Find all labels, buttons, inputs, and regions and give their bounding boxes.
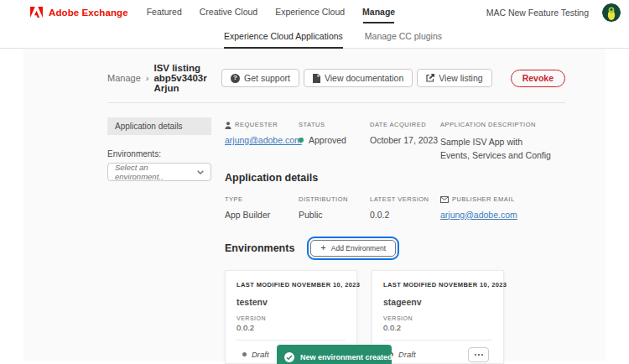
section-divider <box>107 102 565 103</box>
breadcrumb-separator-icon: › <box>146 73 149 83</box>
left-sidebar: Application details Environments: Select… <box>107 117 211 364</box>
details-fields: TYPE App Builder DISTRIBUTION Public LAT… <box>225 195 565 220</box>
nav-item-experience-cloud[interactable]: Experience Cloud <box>275 0 345 24</box>
environments-header-row: Environments + Add Environment <box>225 237 565 260</box>
external-link-icon <box>426 74 434 82</box>
draft-status-icon <box>242 352 247 356</box>
requester-email-link[interactable]: arjung@adobe.com <box>225 135 302 145</box>
version-value: 0.0.2 <box>383 323 492 332</box>
revoke-button[interactable]: Revoke <box>511 70 565 87</box>
environment-cards: LAST MODIFIED NOVEMBER 10, 2023 testenv … <box>225 270 565 364</box>
environment-name: stageenv <box>383 297 492 307</box>
type-field: TYPE App Builder <box>225 195 299 220</box>
nav-item-creative-cloud[interactable]: Creative Cloud <box>200 0 257 24</box>
adobe-exchange-logo[interactable]: Adobe Exchange <box>30 7 128 18</box>
overview-fields: REQUESTER arjung@adobe.com STATUS Approv… <box>225 121 565 163</box>
publisher-email-link[interactable]: arjung@adobe.com <box>440 210 517 220</box>
application-details-heading: Application details <box>225 172 565 184</box>
distribution-field: DISTRIBUTION Public <box>299 195 370 220</box>
card-last-modified: LAST MODIFIED NOVEMBER 10, 2023 <box>383 281 492 289</box>
version-label: VERSION <box>237 315 346 321</box>
get-support-button[interactable]: ? Get support <box>221 69 299 87</box>
success-check-icon <box>284 352 294 362</box>
environment-name: testenv <box>237 297 346 307</box>
more-options-button[interactable] <box>468 347 489 362</box>
breadcrumb: Manage › ISV listing abp5v3403r Arjun <box>107 63 221 93</box>
environments-select-label: Environments: <box>107 149 211 159</box>
environments-heading: Environments <box>225 242 294 254</box>
header-right: MAC New Feature Testing <box>486 3 621 22</box>
status-approved-icon <box>299 138 304 143</box>
nav-item-featured[interactable]: Featured <box>147 0 182 24</box>
version-label: VERSION <box>383 315 492 321</box>
secondary-tabbar: Experience Cloud Applications Manage CC … <box>0 24 629 49</box>
brand-name: Adobe Exchange <box>49 8 128 18</box>
account-name[interactable]: MAC New Feature Testing <box>486 8 589 18</box>
requester-field: REQUESTER arjung@adobe.com <box>225 121 299 163</box>
tab-experience-cloud-applications[interactable]: Experience Cloud Applications <box>224 24 343 48</box>
add-environment-focus-ring: + Add Environment <box>307 237 399 260</box>
main-region: Manage › ISV listing abp5v3403r Arjun ? … <box>23 49 606 361</box>
chevron-down-icon <box>197 170 204 174</box>
action-buttons: ? Get support View documentation View <box>221 69 565 87</box>
card-last-modified: LAST MODIFIED NOVEMBER 10, 2023 <box>237 281 346 289</box>
adobe-logo-icon <box>30 7 43 18</box>
date-acquired-field: DATE ACQUIRED October 17, 2023 <box>370 121 440 163</box>
status-badge: Approved <box>309 135 346 145</box>
card-divider <box>383 340 492 341</box>
breadcrumb-manage-link[interactable]: Manage <box>107 73 141 83</box>
status-field: STATUS Approved <box>299 121 370 163</box>
tab-manage-cc-plugins[interactable]: Manage CC plugins <box>365 24 442 48</box>
nav-item-manage[interactable]: Manage <box>362 0 395 24</box>
listing-topbar: Manage › ISV listing abp5v3403r Arjun ? … <box>107 49 565 93</box>
adobe-exchange-page: Adobe Exchange Featured Creative Cloud E… <box>0 0 629 364</box>
success-toast: New environment created ✕ <box>277 345 392 364</box>
user-avatar[interactable] <box>602 3 621 22</box>
view-documentation-button[interactable]: View documentation <box>304 69 413 87</box>
add-environment-button[interactable]: + Add Environment <box>310 240 396 257</box>
view-listing-button[interactable]: View listing <box>417 69 491 87</box>
sidebar-item-application-details[interactable]: Application details <box>107 117 211 135</box>
environment-status: Draft <box>242 350 269 359</box>
person-icon <box>225 122 231 129</box>
publisher-email-field: PUBLISHER EMAIL arjung@adobe.com <box>440 195 565 220</box>
toast-message: New environment created <box>300 353 392 361</box>
environment-select[interactable]: Select an environment.. <box>107 163 211 181</box>
version-value: 0.0.2 <box>237 323 346 332</box>
page-title: ISV listing abp5v3403r Arjun <box>153 63 221 93</box>
card-divider <box>237 340 346 341</box>
latest-version-field: LATEST VERSION 0.0.2 <box>370 195 440 220</box>
application-description-field: APPLICATION DESCRIPTION Sample ISV App w… <box>440 121 565 163</box>
listing-detail-pane: REQUESTER arjung@adobe.com STATUS Approv… <box>225 117 565 364</box>
more-options-icon <box>475 354 476 356</box>
primary-nav: Featured Creative Cloud Experience Cloud… <box>147 0 395 24</box>
document-icon <box>313 74 320 83</box>
toast-close-icon[interactable]: ✕ <box>398 352 408 363</box>
plus-icon: + <box>320 243 325 252</box>
top-header: Adobe Exchange Featured Creative Cloud E… <box>0 0 629 24</box>
envelope-icon <box>440 196 449 203</box>
help-icon: ? <box>231 74 240 83</box>
